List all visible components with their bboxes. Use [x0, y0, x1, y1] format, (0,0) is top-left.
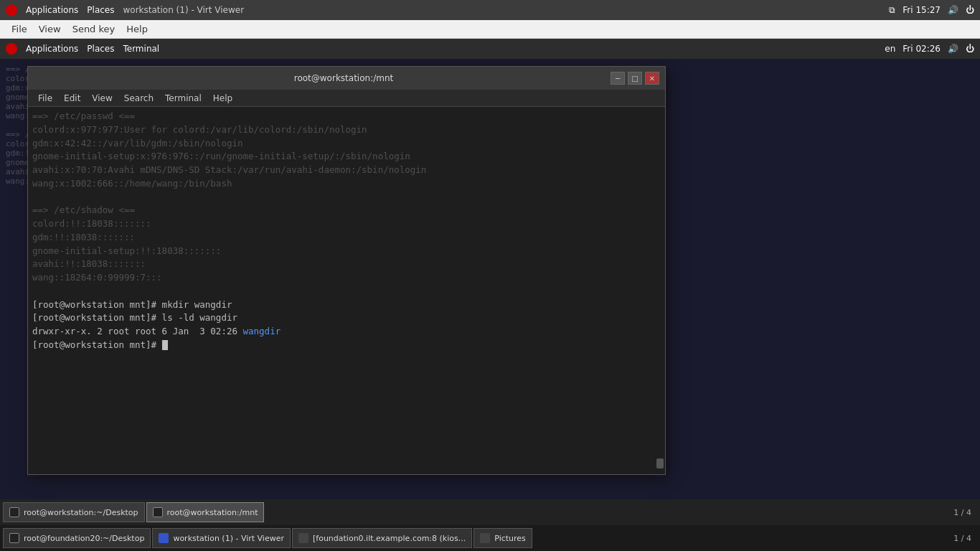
terminal-maximize-btn[interactable]: □ — [628, 72, 642, 85]
guest-power-icon[interactable]: ⏻ — [966, 44, 974, 54]
host-taskbar-item-virt[interactable]: workstation (1) - Virt Viewer — [152, 528, 291, 548]
terminal-input-line[interactable]: [root@workstation mnt]# — [32, 339, 661, 352]
virt-viewer-menubar: File View Send key Help — [0, 20, 980, 39]
host-kiosk-icon — [298, 533, 308, 543]
wangdir-link[interactable]: wangdir — [243, 326, 281, 336]
host-taskbar-item-kiosk[interactable]: [foundation0.ilt.example.com:8 (kios... — [292, 528, 472, 548]
term-file-menu[interactable]: File — [32, 92, 58, 105]
guest-terminal-menu[interactable]: Terminal — [123, 44, 159, 54]
host-terminal-icon-1 — [9, 533, 19, 543]
guest-locale: en — [885, 44, 895, 54]
host-window-title: workstation (1) - Virt Viewer — [123, 5, 244, 15]
host-power-icon[interactable]: ⏻ — [966, 5, 974, 15]
terminal-window: root@workstation:/mnt ─ □ ✕ File Edit Vi… — [27, 66, 666, 475]
host-taskbar-label-1: root@foundation20:~/Desktop — [24, 534, 144, 543]
guest-taskbar: root@workstation:~/Desktop root@workstat… — [0, 499, 980, 525]
host-taskbar-item-pictures[interactable]: Pictures — [473, 528, 532, 548]
guest-redhat-icon — [6, 43, 17, 55]
vv-help-menu[interactable]: Help — [121, 22, 154, 36]
guest-places-menu[interactable]: Places — [87, 44, 114, 54]
redhat-icon — [6, 4, 17, 16]
terminal-minimize-btn[interactable]: ─ — [611, 72, 625, 85]
term-edit-menu[interactable]: Edit — [58, 92, 86, 105]
terminal-menubar: File Edit View Search Terminal Help — [28, 90, 665, 107]
terminal-titlebar: root@workstation:/mnt ─ □ ✕ — [28, 67, 665, 90]
host-volume-icon[interactable]: 🔊 — [948, 5, 958, 15]
terminal-close-btn[interactable]: ✕ — [645, 72, 659, 85]
guest-time: Fri 02:26 — [903, 44, 941, 54]
vv-sendkey-menu[interactable]: Send key — [67, 22, 121, 36]
vv-view-menu[interactable]: View — [33, 22, 67, 36]
term-help-menu[interactable]: Help — [207, 92, 238, 105]
taskbar-label-1: root@workstation:~/Desktop — [24, 508, 138, 517]
vv-file-menu[interactable]: File — [6, 22, 33, 36]
terminal-title: root@workstation:/mnt — [77, 73, 611, 83]
terminal-body[interactable]: ==> /etc/passwd <== colord:x:977:977:Use… — [28, 107, 665, 474]
term-view-menu[interactable]: View — [86, 92, 118, 105]
taskbar-item-desktop[interactable]: root@workstation:~/Desktop — [3, 502, 145, 522]
term-terminal-menu[interactable]: Terminal — [159, 92, 207, 105]
host-topbar: Applications Places workstation (1) - Vi… — [0, 0, 980, 20]
host-applications-menu[interactable]: Applications — [26, 5, 78, 15]
host-time: Fri 15:27 — [903, 5, 941, 15]
taskbar-label-2: root@workstation:/mnt — [167, 508, 258, 517]
term-search-menu[interactable]: Search — [118, 92, 159, 105]
guest-taskbar-counter: 1 / 4 — [953, 508, 977, 517]
host-pictures-icon — [480, 533, 490, 543]
guest-topbar: Applications Places Terminal en Fri 02:2… — [0, 39, 980, 59]
terminal-icon-2 — [153, 507, 163, 517]
terminal-scrollbar[interactable] — [656, 458, 664, 468]
host-taskbar-item-foundation[interactable]: root@foundation20:~/Desktop — [3, 528, 151, 548]
main-content: ==> /etc/passwd <== colord:x:977:977:Use… — [0, 59, 980, 499]
host-taskbar-counter: 1 / 4 — [953, 534, 977, 543]
guest-applications-menu[interactable]: Applications — [26, 44, 78, 54]
host-taskbar: root@foundation20:~/Desktop workstation … — [0, 525, 980, 551]
guest-volume-icon[interactable]: 🔊 — [948, 44, 958, 54]
host-taskbar-label-3: [foundation0.ilt.example.com:8 (kios... — [313, 534, 466, 543]
host-virt-icon — [159, 533, 169, 543]
host-resize-icon[interactable]: ⧉ — [889, 5, 895, 15]
host-taskbar-label-4: Pictures — [494, 534, 526, 543]
host-taskbar-label-2: workstation (1) - Virt Viewer — [173, 534, 284, 543]
terminal-icon-1 — [9, 507, 19, 517]
taskbar-item-mnt[interactable]: root@workstation:/mnt — [146, 502, 265, 522]
host-places-menu[interactable]: Places — [87, 5, 114, 15]
